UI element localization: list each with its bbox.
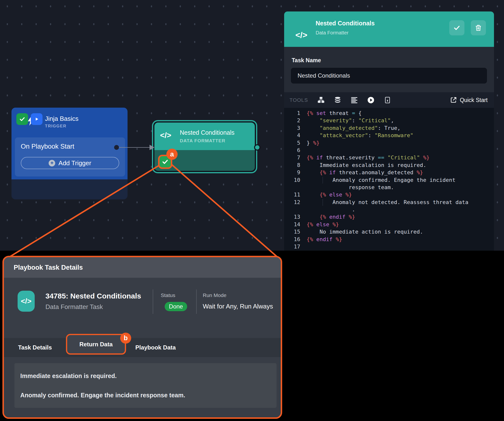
- divider: [196, 289, 197, 314]
- code-line-15: 15 No immediate action is required.: [284, 228, 494, 236]
- code-line-5: 5} %}: [284, 139, 494, 147]
- code-line-2: 2 "severity": "Critical",: [284, 117, 494, 124]
- details-title: Playbook Task Details: [14, 264, 83, 271]
- code-line-4: 4 "attack_vector": "Ransomware": [284, 132, 494, 139]
- tab-return-data-label: Return Data: [79, 341, 113, 348]
- annotation-badge-a: a: [166, 149, 178, 160]
- code-line-6: 6: [284, 147, 494, 154]
- task-name-input[interactable]: Nested Conditionals: [291, 68, 487, 83]
- details-tabs: Task Details Return Data b Playbook Data: [4, 338, 281, 357]
- code-line-17: 17: [284, 243, 494, 250]
- formatter-node-title: Nested Conditionals: [180, 129, 235, 136]
- formatter-node-type: DATA FORMATTER: [180, 138, 225, 144]
- task-config-panel: </> Nested Conditionals Data Formatter T…: [284, 11, 494, 251]
- text-lines-icon[interactable]: [351, 96, 358, 104]
- tab-playbook-data[interactable]: Playbook Data: [135, 338, 176, 357]
- trigger-node[interactable]: Jinja Basics TRIGGER On Playbook Start +…: [11, 108, 128, 199]
- status-label: Status: [161, 292, 175, 298]
- task-name-section: Task Name Nested Conditionals: [284, 47, 494, 92]
- code-line-8: 8 Immediate escalation is required.: [284, 162, 494, 169]
- database-icon[interactable]: [334, 96, 341, 104]
- quick-start-button[interactable]: Quick Start: [450, 92, 488, 108]
- play-icon: [34, 116, 39, 122]
- output-line: Anomaly confirmed. Engage the incident r…: [20, 392, 271, 399]
- trigger-item[interactable]: On Playbook Start: [21, 143, 74, 150]
- return-data-output: Immediate escalation is required. Anomal…: [14, 363, 277, 408]
- task-name-value: Nested Conditionals: [298, 72, 350, 79]
- config-subtitle: Data Formatter: [316, 30, 348, 36]
- app-root: Jinja Basics TRIGGER On Playbook Start +…: [0, 0, 504, 421]
- code-line-11: 11 {% else %}: [284, 191, 494, 198]
- config-header: </> Nested Conditionals Data Formatter: [284, 11, 494, 47]
- output-port[interactable]: [254, 144, 260, 151]
- trigger-node-type: TRIGGER: [45, 124, 66, 129]
- check-icon: [162, 158, 169, 165]
- file-info-icon[interactable]: [384, 96, 391, 104]
- tab-return-data[interactable]: Return Data b: [66, 334, 126, 355]
- code-line-1: 1{% set threat = {: [284, 110, 494, 117]
- external-link-icon: [450, 97, 457, 103]
- check-icon: [453, 24, 461, 31]
- code-line-7: 7{% if threat.severity == "Critical" %}: [284, 154, 494, 161]
- quick-start-label: Quick Start: [460, 97, 488, 103]
- play-circle-icon[interactable]: [367, 96, 375, 104]
- details-header: Playbook Task Details: [4, 257, 281, 278]
- add-trigger-button[interactable]: + Add Trigger: [21, 157, 119, 169]
- task-subtitle: Data Formatter Task: [45, 303, 103, 311]
- run-mode-label: Run Mode: [203, 292, 226, 298]
- code-line-wrap: response team.: [284, 184, 494, 191]
- annotation-badge-b: b: [120, 333, 131, 344]
- task-title: 34785: Nested Conditionals: [45, 292, 141, 300]
- code-icon: </>: [160, 131, 171, 140]
- tools-toolbar: TOOLS: [284, 92, 494, 108]
- code-line-16: 16{% endif %}: [284, 236, 494, 243]
- code-icon: </>: [295, 30, 307, 40]
- code-line-12: 12 Anomaly not detected. Reassess threat…: [284, 199, 494, 206]
- code-line-13: 13 {% endif %}: [284, 213, 494, 221]
- node-play-button[interactable]: [31, 113, 43, 125]
- save-task-button[interactable]: [449, 20, 464, 35]
- code-editor[interactable]: 1{% set threat = {2 "severity": "Critica…: [284, 108, 494, 251]
- code-line-3: 3 "anomaly_detected": True,: [284, 124, 494, 132]
- config-title: Nested Conditionals: [316, 20, 375, 27]
- run-mode-value: Wait for Any, Run Always: [203, 303, 273, 310]
- tab-task-details[interactable]: Task Details: [18, 338, 52, 357]
- status-badge: Done: [165, 302, 187, 311]
- task-name-label: Task Name: [292, 57, 321, 64]
- tools-label: TOOLS: [290, 97, 308, 103]
- code-icon: </>: [18, 291, 35, 312]
- node-run-success-button[interactable]: [16, 113, 28, 125]
- plus-icon: +: [49, 160, 55, 166]
- sitemap-icon[interactable]: [317, 96, 325, 104]
- add-trigger-label: Add Trigger: [58, 159, 91, 167]
- delete-task-button[interactable]: [471, 20, 486, 35]
- output-line: Immediate escalation is required.: [20, 372, 271, 380]
- playbook-task-details-panel: Playbook Task Details </> 34785: Nested …: [2, 256, 282, 419]
- trigger-node-footer: [11, 179, 128, 199]
- output-port[interactable]: [114, 145, 119, 150]
- code-line-14: 14{% else %}: [284, 221, 494, 228]
- divider: [153, 289, 153, 314]
- trigger-node-title: Jinja Basics: [45, 115, 78, 123]
- trash-icon: [475, 24, 482, 31]
- trigger-list: On Playbook Start + Add Trigger: [15, 137, 125, 176]
- check-icon: [19, 116, 25, 122]
- code-line-wrap: .: [284, 206, 494, 213]
- code-line-9: 9 {% if threat.anomaly_detected %}: [284, 169, 494, 176]
- code-line-10: 10 Anomaly confirmed. Engage the inciden…: [284, 176, 494, 184]
